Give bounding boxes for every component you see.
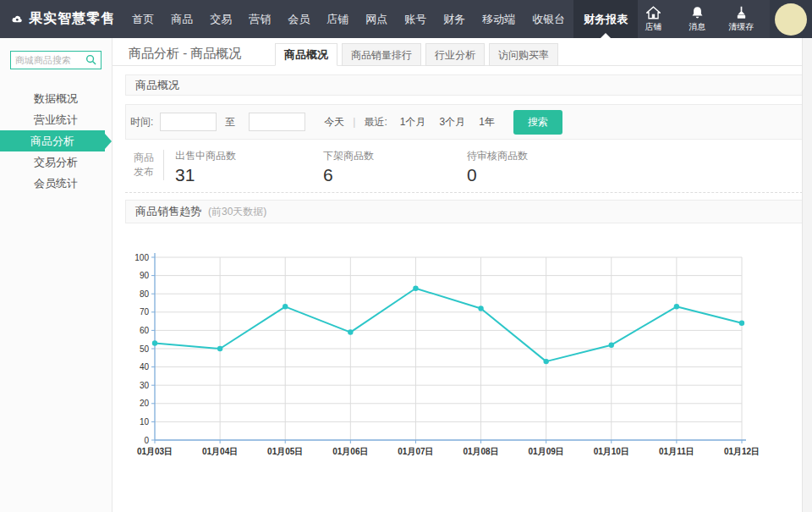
util-clear-cache[interactable]: 清缓存 — [726, 6, 756, 33]
date-to-input[interactable] — [249, 113, 305, 131]
preset-list: 1个月3个月1年 — [387, 115, 495, 129]
sidebar-item[interactable]: 交易分析 — [0, 151, 112, 173]
recent-label: 最近: — [364, 115, 387, 129]
filter-bar: 时间: 至 今天 | 最近: 1个月3个月1年 搜索 — [125, 104, 803, 140]
nav-item[interactable]: 财务报表 — [573, 0, 638, 38]
cloud-logo-icon — [12, 10, 22, 28]
svg-text:100: 100 — [134, 253, 149, 262]
stat-block: 待审核商品数0 — [467, 149, 528, 185]
avatar-block[interactable] — [770, 0, 812, 38]
svg-text:01月03日: 01月03日 — [137, 447, 173, 456]
brand-name: 果实智慧零售 — [29, 10, 115, 28]
svg-text:01月04日: 01月04日 — [202, 447, 238, 456]
brand[interactable]: 果实智慧零售 — [0, 0, 123, 38]
scrollbar-track[interactable] — [802, 38, 812, 512]
stats-group-line2: 发布 — [134, 165, 154, 179]
section-trend-header: 商品销售趋势 (前30天数据) — [125, 200, 803, 223]
tab[interactable]: 商品概况 — [275, 43, 337, 66]
svg-text:10: 10 — [140, 417, 150, 427]
svg-text:40: 40 — [140, 362, 150, 372]
top-nav: 果实智慧零售 首页商品交易营销会员店铺网点账号财务移动端收银台财务报表 店铺消息… — [0, 0, 812, 38]
svg-text:01月08日: 01月08日 — [463, 447, 498, 456]
util-label: 店铺 — [645, 21, 661, 33]
stats-group-line1: 商品 — [134, 151, 154, 165]
svg-text:01月06日: 01月06日 — [332, 447, 368, 456]
quick-today[interactable]: 今天 — [324, 115, 344, 129]
main-header: 商品分析 - 商品概况 商品概况商品销量排行行业分析访问购买率 — [112, 38, 802, 66]
search-icon[interactable] — [85, 54, 96, 65]
stat-label: 待审核商品数 — [467, 149, 528, 163]
tab[interactable]: 商品销量排行 — [342, 43, 421, 66]
stat-value: 31 — [175, 165, 236, 185]
page-title: 商品分析 - 商品概况 — [129, 46, 241, 62]
svg-text:60: 60 — [140, 326, 150, 335]
nav-item[interactable]: 网点 — [357, 0, 396, 38]
svg-text:0: 0 — [144, 436, 149, 445]
sidebar-item[interactable]: 营业统计 — [0, 109, 112, 130]
preset-link[interactable]: 3个月 — [440, 116, 466, 128]
svg-text:20: 20 — [140, 399, 150, 408]
clear-cache-icon — [734, 6, 749, 19]
sidebar-item[interactable]: 数据概况 — [0, 88, 112, 109]
nav-item[interactable]: 移动端 — [474, 0, 524, 38]
svg-text:30: 30 — [140, 381, 150, 390]
stat-block: 出售中商品数31 — [175, 149, 236, 185]
message-icon — [690, 6, 705, 19]
stat-value: 6 — [323, 165, 374, 185]
svg-text:01月07日: 01月07日 — [398, 447, 433, 456]
nav-item[interactable]: 财务 — [435, 0, 474, 38]
section-overview-header: 商品概况 — [125, 74, 803, 96]
preset-link[interactable]: 1年 — [479, 116, 495, 128]
trend-chart: 010203040506070809010001月03日01月04日01月05日… — [112, 228, 812, 470]
util-store[interactable]: 店铺 — [638, 6, 668, 33]
tab-bar: 商品概况商品销量排行行业分析访问购买率 — [275, 43, 558, 66]
preset-link[interactable]: 1个月 — [400, 116, 426, 128]
sidebar-item[interactable]: 商品分析 — [0, 130, 105, 151]
nav-item[interactable]: 交易 — [201, 0, 240, 38]
tab[interactable]: 行业分析 — [425, 43, 485, 66]
svg-text:01月05日: 01月05日 — [267, 447, 303, 456]
svg-text:01月09日: 01月09日 — [529, 447, 564, 456]
avatar[interactable] — [775, 3, 807, 36]
svg-text:01月11日: 01月11日 — [659, 447, 694, 456]
svg-text:80: 80 — [140, 289, 150, 299]
time-label: 时间: — [130, 115, 153, 129]
date-from-input[interactable] — [160, 113, 217, 131]
stat-block: 下架商品数6 — [323, 149, 374, 185]
section-trend-subtitle: (前30天数据) — [208, 205, 266, 219]
svg-text:50: 50 — [140, 344, 150, 354]
nav-item[interactable]: 营销 — [240, 0, 279, 38]
nav-menu: 首页商品交易营销会员店铺网点账号财务移动端收银台财务报表 — [123, 0, 638, 38]
sidebar-item[interactable]: 会员统计 — [0, 173, 112, 194]
stat-label: 出售中商品数 — [175, 149, 236, 163]
quick-separator: | — [353, 116, 355, 128]
svg-text:90: 90 — [140, 271, 150, 280]
search-button[interactable]: 搜索 — [513, 110, 562, 135]
svg-text:01月10日: 01月10日 — [594, 447, 629, 456]
section-trend-title: 商品销售趋势 — [135, 204, 201, 219]
nav-item[interactable]: 店铺 — [318, 0, 357, 38]
stat-label: 下架商品数 — [323, 149, 374, 163]
stat-value: 0 — [467, 165, 528, 185]
sidebar-menu: 数据概况营业统计商品分析交易分析会员统计 — [0, 88, 112, 194]
tab[interactable]: 访问购买率 — [489, 43, 558, 66]
util-message[interactable]: 消息 — [682, 6, 712, 33]
svg-text:01月12日: 01月12日 — [724, 447, 760, 456]
nav-item[interactable]: 收银台 — [524, 0, 573, 38]
util-label: 消息 — [689, 21, 705, 33]
nav-item[interactable]: 首页 — [123, 0, 162, 38]
nav-utilities: 店铺消息清缓存 — [638, 0, 756, 38]
nav-item[interactable]: 会员 — [279, 0, 318, 38]
sidebar: 数据概况营业统计商品分析交易分析会员统计 — [0, 38, 112, 512]
to-label: 至 — [225, 115, 235, 129]
svg-text:70: 70 — [140, 307, 150, 317]
stats-group-label: 商品 发布 — [134, 151, 154, 179]
store-icon — [646, 6, 661, 19]
util-label: 清缓存 — [728, 21, 754, 33]
nav-item[interactable]: 商品 — [162, 0, 201, 38]
main-content: 商品分析 - 商品概况 商品概况商品销量排行行业分析访问购买率 商品概况 时间:… — [112, 38, 812, 512]
sidebar-search — [10, 51, 102, 69]
nav-item[interactable]: 账号 — [396, 0, 435, 38]
stats-divider — [163, 150, 164, 180]
section-overview-title: 商品概况 — [135, 78, 179, 93]
